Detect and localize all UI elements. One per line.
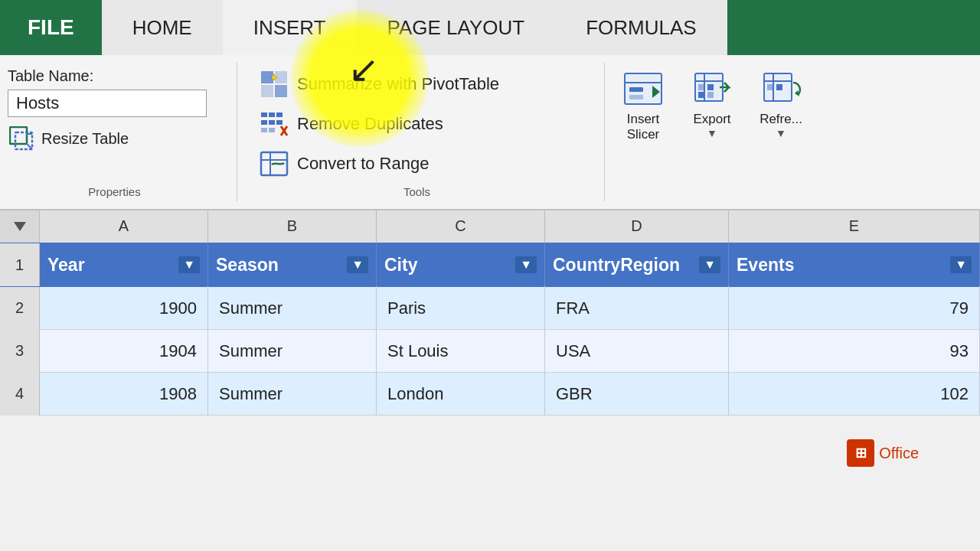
svg-rect-30 — [698, 84, 704, 90]
col-header-d: D — [545, 210, 729, 243]
cell-city-4[interactable]: London — [377, 372, 545, 416]
corner-cell — [0, 210, 40, 243]
ribbon-section-external: InsertSlicer Export ▼ — [605, 63, 819, 201]
col-header-c: C — [377, 210, 545, 243]
sort-triangle-icon — [14, 222, 26, 231]
svg-point-8 — [272, 75, 276, 80]
office-logo-icon: ⊞ — [847, 439, 874, 467]
cell-season-3[interactable]: Summer — [208, 329, 377, 373]
remove-duplicates-button[interactable]: Remove Duplicates — [253, 106, 505, 142]
refresh-button[interactable]: Refre... ▼ — [750, 66, 812, 139]
remove-duplicates-icon — [259, 109, 289, 139]
tab-insert[interactable]: INSERT — [223, 0, 357, 55]
tab-home[interactable]: HOME — [102, 0, 223, 55]
cell-country-4[interactable]: GBR — [545, 372, 729, 416]
resize-table-icon — [8, 125, 35, 152]
pivot-table-icon — [259, 69, 289, 99]
city-dropdown-button[interactable]: ▼ — [515, 256, 537, 273]
svg-rect-31 — [707, 84, 714, 90]
ribbon-section-tools: Summarize with PivotTable — [237, 63, 605, 201]
header-year-label: Year — [47, 255, 85, 276]
table-name-label: Table Name: — [8, 67, 93, 85]
column-headers-row: A B C D E — [0, 210, 980, 243]
header-events-label: Events — [737, 255, 794, 276]
svg-rect-15 — [261, 128, 267, 132]
remove-duplicates-label: Remove Duplicates — [297, 114, 443, 134]
tools-section-label: Tools — [253, 182, 581, 198]
events-dropdown-button[interactable]: ▼ — [950, 256, 972, 273]
svg-rect-16 — [269, 128, 275, 132]
svg-rect-24 — [629, 87, 643, 92]
properties-section-label: Properties — [8, 182, 221, 198]
row-num-1: 1 — [0, 243, 40, 286]
svg-rect-12 — [261, 120, 267, 125]
cell-city-2[interactable]: Paris — [377, 286, 545, 331]
insert-slicer-label: InsertSlicer — [627, 112, 660, 142]
table-row: 2 1900 Summer Paris FRA 79 — [0, 287, 980, 330]
col-header-a: A — [40, 210, 208, 243]
cell-season-4[interactable]: Summer — [208, 372, 377, 416]
header-cell-events: Events ▼ — [729, 243, 980, 287]
pivot-table-label: Summarize with PivotTable — [297, 74, 499, 94]
header-cell-year: Year ▼ — [40, 243, 208, 287]
year-dropdown-button[interactable]: ▼ — [178, 256, 200, 273]
convert-range-icon — [259, 148, 289, 179]
cell-events-4[interactable]: 102 — [729, 372, 980, 416]
table-row: 4 1908 Summer London GBR 102 — [0, 373, 980, 416]
resize-table-button[interactable]: Resize Table — [8, 125, 129, 152]
spreadsheet-body: 2 1900 Summer Paris FRA 79 3 1904 Summer… — [0, 287, 980, 416]
ribbon-tabs: FILE HOME INSERT PAGE LAYOUT FORMULAS — [0, 0, 980, 55]
row-num-4: 4 — [0, 373, 40, 416]
season-dropdown-button[interactable]: ▼ — [347, 256, 368, 273]
svg-rect-33 — [707, 92, 714, 98]
export-label: Export — [693, 112, 730, 127]
cell-season-2[interactable]: Summer — [208, 286, 377, 331]
cell-year-3[interactable]: 1904 — [40, 329, 208, 373]
tab-page-layout[interactable]: PAGE LAYOUT — [357, 0, 556, 55]
header-country-label: CountryRegion — [553, 255, 680, 276]
cell-country-2[interactable]: FRA — [545, 286, 729, 331]
cell-year-4[interactable]: 1908 — [40, 372, 208, 416]
svg-rect-38 — [776, 84, 782, 90]
cell-events-3[interactable]: 93 — [729, 329, 980, 373]
office-logo: ⊞ Office — [847, 439, 919, 467]
refresh-dropdown-arrow: ▼ — [776, 127, 786, 139]
svg-rect-13 — [269, 120, 275, 125]
header-season-label: Season — [216, 255, 279, 276]
insert-slicer-icon — [620, 66, 666, 112]
ribbon-section-properties: Table Name: Resize Table Properties — [0, 63, 237, 201]
refresh-label: Refre... — [760, 112, 802, 127]
header-city-label: City — [384, 255, 417, 276]
pivot-table-button[interactable]: Summarize with PivotTable — [253, 66, 505, 103]
insert-slicer-button[interactable]: InsertSlicer — [612, 66, 674, 142]
office-logo-label: Office — [879, 445, 919, 462]
cell-events-2[interactable]: 79 — [729, 286, 980, 331]
export-icon — [689, 66, 735, 112]
svg-rect-14 — [276, 120, 283, 125]
svg-rect-6 — [261, 85, 273, 97]
resize-table-label: Resize Table — [41, 130, 129, 148]
table-row: 3 1904 Summer St Louis USA 93 — [0, 330, 980, 373]
svg-rect-9 — [261, 112, 267, 117]
convert-range-button[interactable]: Convert to Range — [253, 145, 505, 182]
svg-rect-7 — [275, 85, 287, 97]
table-header-row: 1 Year ▼ Season ▼ City ▼ CountryRegion ▼… — [0, 243, 980, 287]
cell-year-2[interactable]: 1900 — [40, 286, 208, 331]
header-cell-country: CountryRegion ▼ — [545, 243, 729, 287]
spreadsheet: A B C D E 1 Year ▼ Season ▼ City ▼ Count… — [0, 210, 980, 416]
tab-formulas[interactable]: FORMULAS — [555, 0, 727, 55]
svg-rect-10 — [269, 112, 275, 117]
tab-file[interactable]: FILE — [0, 0, 102, 55]
header-cell-city: City ▼ — [377, 243, 545, 287]
svg-rect-32 — [698, 92, 704, 98]
svg-rect-0 — [10, 127, 27, 144]
refresh-icon — [758, 66, 804, 112]
cell-city-3[interactable]: St Louis — [377, 329, 545, 373]
table-name-input[interactable] — [8, 90, 207, 117]
col-header-e: E — [729, 210, 980, 243]
cell-country-3[interactable]: USA — [545, 329, 729, 373]
header-cell-season: Season ▼ — [208, 243, 377, 287]
export-button[interactable]: Export ▼ — [681, 66, 743, 139]
ribbon-content: ↙ Table Name: Resize Table Properties — [0, 55, 980, 210]
country-dropdown-button[interactable]: ▼ — [699, 256, 720, 273]
